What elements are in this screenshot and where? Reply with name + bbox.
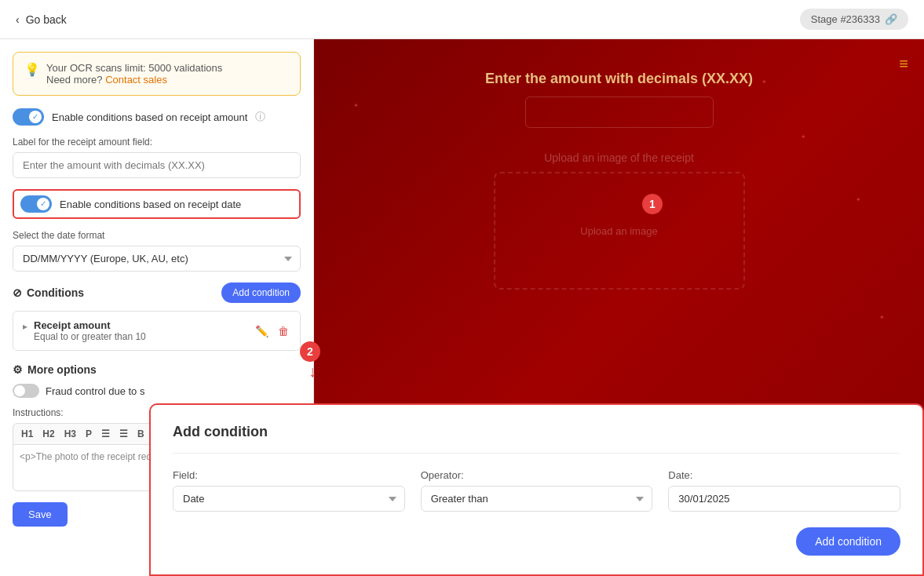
receipt-title: Enter the amount with decimals (XX.XX) bbox=[353, 71, 885, 87]
dialog-date-input[interactable] bbox=[668, 486, 900, 512]
star-decoration-5: ✦ bbox=[761, 78, 767, 86]
toggle-date-label: Enable conditions based on receipt date bbox=[60, 199, 241, 210]
upload-label: Upload an image of the receipt bbox=[353, 151, 885, 164]
upload-box[interactable]: Upload an image bbox=[494, 172, 745, 290]
editor-h1[interactable]: H1 bbox=[18, 427, 36, 441]
ocr-warning: 💡 Your OCR scans limit: 5000 validations… bbox=[13, 52, 301, 96]
toggle-amount[interactable] bbox=[13, 108, 44, 126]
add-condition-button-top[interactable]: Add condition bbox=[221, 283, 301, 303]
arrow-down-icon: ↓ bbox=[309, 363, 316, 381]
back-arrow-icon: ‹ bbox=[16, 13, 20, 26]
delete-condition-icon[interactable]: 🗑 bbox=[276, 323, 290, 339]
add-condition-dialog: Add condition Field: Date Amount Operato… bbox=[149, 403, 924, 576]
dialog-footer: Add condition bbox=[173, 527, 900, 556]
receipt-amount-input-preview bbox=[525, 97, 714, 128]
toggle-amount-label: Enable conditions based on receipt amoun… bbox=[52, 111, 247, 123]
dialog-title: Add condition bbox=[173, 424, 900, 454]
topbar: ‹ Go back Stage #236333 🔗 bbox=[0, 0, 924, 39]
ocr-warning-sub: Need more? bbox=[46, 74, 103, 86]
amount-field-input[interactable] bbox=[13, 152, 301, 178]
contact-sales-link[interactable]: Contact sales bbox=[105, 74, 167, 86]
amount-field-label: Label for the receipt amount field: bbox=[13, 137, 301, 148]
condition-sub: Equal to or greater than 10 bbox=[34, 331, 146, 342]
date-format-label: Select the date format bbox=[13, 230, 301, 241]
editor-bold[interactable]: B bbox=[134, 427, 148, 441]
date-format-select[interactable]: DD/MM/YYYY (Europe, UK, AU, etc) bbox=[13, 246, 301, 272]
dialog-add-condition-button[interactable]: Add condition bbox=[796, 527, 900, 556]
conditions-title-text: Conditions bbox=[27, 286, 84, 299]
star-decoration: ✦ bbox=[353, 102, 359, 109]
go-back-button[interactable]: ‹ Go back bbox=[16, 13, 67, 26]
condition-actions: ✏️ 🗑 bbox=[254, 323, 290, 339]
toggle-date-row-highlighted: Enable conditions based on receipt date bbox=[13, 189, 301, 219]
right-panel-inner: Enter the amount with decimals (XX.XX) U… bbox=[314, 39, 924, 321]
dialog-operator-label: Operator: bbox=[421, 469, 653, 481]
dialog-field-date: Date: bbox=[668, 469, 900, 512]
gear-icon: ⚙ bbox=[13, 363, 23, 376]
condition-item: ▸ Receipt amount Equal to or greater tha… bbox=[13, 311, 301, 351]
dialog-date-label: Date: bbox=[668, 469, 900, 481]
info-amount-icon[interactable]: ⓘ bbox=[255, 110, 265, 124]
save-button[interactable]: Save bbox=[13, 502, 68, 527]
upload-box-text: Upload an image bbox=[580, 225, 657, 237]
fraud-toggle[interactable] bbox=[13, 384, 39, 398]
filter-icon: ⊘ bbox=[13, 286, 22, 299]
dialog-operator-select[interactable]: Greater than Less than Equal to Greater … bbox=[421, 486, 653, 512]
condition-title: Receipt amount bbox=[34, 319, 146, 331]
condition-item-left: ▸ Receipt amount Equal to or greater tha… bbox=[23, 319, 146, 342]
toggle-amount-row: Enable conditions based on receipt amoun… bbox=[13, 108, 301, 126]
fraud-row: Fraud control due to s bbox=[13, 384, 301, 398]
fraud-label: Fraud control due to s bbox=[46, 385, 144, 397]
badge-2: 2 bbox=[300, 341, 320, 362]
ocr-warning-main: Your OCR scans limit: 5000 validations bbox=[46, 62, 222, 74]
conditions-header: ⊘ Conditions Add condition bbox=[13, 283, 301, 303]
back-label: Go back bbox=[26, 13, 67, 26]
dialog-field-label: Field: bbox=[173, 469, 405, 481]
link-icon: 🔗 bbox=[885, 13, 897, 25]
dialog-field-field: Field: Date Amount bbox=[173, 469, 405, 512]
dialog-fields: Field: Date Amount Operator: Greater tha… bbox=[173, 469, 900, 512]
ocr-warning-text: Your OCR scans limit: 5000 validations N… bbox=[46, 62, 222, 86]
dialog-field-operator: Operator: Greater than Less than Equal t… bbox=[421, 469, 653, 512]
editor-ordered-list[interactable]: ☰ bbox=[116, 427, 131, 441]
edit-condition-icon[interactable]: ✏️ bbox=[254, 323, 270, 339]
star-decoration-3: ✦ bbox=[856, 196, 861, 203]
editor-list[interactable]: ☰ bbox=[98, 427, 113, 441]
conditions-title: ⊘ Conditions bbox=[13, 286, 84, 299]
star-decoration-2: ✦ bbox=[801, 133, 806, 140]
toggle-date[interactable] bbox=[20, 195, 52, 213]
chevron-right-icon[interactable]: ▸ bbox=[23, 321, 27, 332]
badge-1: 1 bbox=[642, 194, 663, 214]
stage-label: Stage #236333 bbox=[811, 13, 880, 25]
editor-h3[interactable]: H3 bbox=[61, 427, 79, 441]
stage-badge: Stage #236333 🔗 bbox=[800, 9, 908, 30]
more-options-title: ⚙ More options bbox=[13, 363, 301, 376]
editor-h2[interactable]: H2 bbox=[39, 427, 57, 441]
hamburger-icon[interactable]: ≡ bbox=[899, 55, 908, 73]
condition-text: Receipt amount Equal to or greater than … bbox=[34, 319, 146, 342]
bulb-icon: 💡 bbox=[24, 62, 40, 77]
star-decoration-4: ✦ bbox=[879, 314, 885, 321]
editor-p[interactable]: P bbox=[82, 427, 95, 441]
upload-section: Upload an image of the receipt Upload an… bbox=[353, 151, 885, 290]
more-options-label: More options bbox=[27, 363, 97, 376]
dialog-field-select[interactable]: Date Amount bbox=[173, 486, 405, 512]
